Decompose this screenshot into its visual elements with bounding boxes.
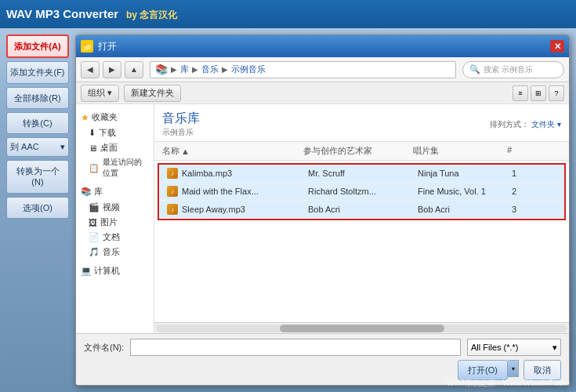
computer-icon: 💻 — [81, 266, 92, 276]
path-bar[interactable]: 📚 ▶ 库 ▶ 音乐 ▶ 示例音乐 — [150, 61, 456, 78]
filetype-label: All Files (*.*) — [471, 343, 519, 352]
file-track-1: 1 — [512, 169, 543, 178]
file-name-1: ♪ Kalimba.mp3 — [167, 168, 308, 179]
favorites-header[interactable]: ★ 收藏夹 — [76, 109, 154, 125]
filename-input[interactable] — [130, 339, 461, 356]
remove-all-button[interactable]: 全部移除(R) — [6, 87, 69, 109]
music-file-icon-3: ♪ — [167, 204, 178, 215]
path-library-icon: 📚 — [155, 64, 168, 75]
path-part-3[interactable]: 示例音乐 — [231, 64, 266, 75]
view-icon-button[interactable]: ⊞ — [531, 85, 546, 101]
nav-video[interactable]: 🎬 视频 — [76, 200, 154, 215]
app-by-text: by 念言汉化 — [126, 9, 177, 20]
scroll-thumb[interactable] — [280, 325, 444, 332]
search-bar[interactable]: 🔍 搜索 示例音乐 — [462, 61, 564, 78]
col-artist[interactable]: 参与创作的艺术家 — [303, 143, 413, 158]
recent-label: 最近访问的位置 — [103, 157, 149, 179]
library-nav-label: 库 — [94, 186, 103, 198]
nav-desktop[interactable]: 🖥 桌面 — [76, 140, 154, 155]
file-artist-2: Richard Stoltzm... — [308, 187, 418, 196]
nav-pictures[interactable]: 🖼 图片 — [76, 215, 154, 230]
app-title: WAV MP3 Converter by 念言汉化 — [6, 7, 177, 22]
library-header-row: 音乐库 示例音乐 排列方式： 文件夹 ▾ — [162, 111, 561, 138]
dialog-close-button[interactable]: ✕ — [550, 40, 564, 53]
library-section: 📚 库 🎬 视频 🖼 图片 📄 文档 — [76, 183, 154, 260]
downloads-icon: ⬇ — [89, 128, 96, 138]
desktop-label: 桌面 — [100, 142, 118, 154]
computer-header[interactable]: 💻 计算机 — [76, 263, 154, 279]
file-name-3: ♪ Sleep Away.mp3 — [167, 204, 308, 215]
path-part-2[interactable]: 音乐 — [201, 64, 219, 75]
horizontal-scrollbar[interactable] — [154, 322, 569, 333]
nav-recent[interactable]: 📋 最近访问的位置 — [76, 155, 154, 180]
col-sort-icon: ▲ — [181, 147, 190, 156]
nav-documents[interactable]: 📄 文档 — [76, 230, 154, 245]
pictures-icon: 🖼 — [89, 218, 97, 227]
file-name-text-2: Maid with the Flax... — [182, 187, 259, 196]
to-aac-dropdown[interactable]: 到 AAC ▾ — [6, 137, 69, 157]
view-icons: ≡ ⊞ ? — [513, 85, 564, 101]
filetype-select[interactable]: All Files (*.*) ▾ — [467, 339, 561, 356]
file-row-1[interactable]: ♪ Kalimba.mp3 Mr. Scruff Ninja Tuna 1 — [159, 165, 564, 183]
forward-button[interactable]: ▶ — [103, 61, 121, 78]
nav-downloads[interactable]: ⬇ 下载 — [76, 125, 154, 140]
dialog-second-toolbar: 组织 ▾ 新建文件夹 ≡ ⊞ ? — [76, 82, 569, 104]
path-sep3: ▶ — [222, 65, 228, 74]
back-button[interactable]: ◀ — [81, 61, 100, 78]
sort-label: 排列方式： — [490, 119, 529, 130]
computer-label: 计算机 — [94, 265, 120, 277]
options-button[interactable]: 选项(O) — [6, 197, 69, 219]
add-file-button[interactable]: 添加文件(A) — [6, 34, 69, 58]
file-row-3[interactable]: ♪ Sleep Away.mp3 Bob Acri Bob Acri 3 — [159, 201, 564, 219]
pictures-label: 图片 — [100, 216, 118, 228]
nav-music[interactable]: 🎵 音乐 — [76, 245, 154, 260]
col-album[interactable]: 唱片集 — [413, 143, 507, 158]
dialog-title-bar: 📁 打开 ✕ — [76, 35, 569, 57]
file-track-3: 3 — [512, 205, 543, 214]
app-title-text: WAV MP3 Converter — [6, 7, 118, 20]
favorites-star-icon: ★ — [81, 112, 89, 123]
open-button-arrow[interactable]: ▾ — [508, 360, 519, 377]
file-open-dialog: 📁 打开 ✕ ◀ ▶ ▲ 📚 ▶ 库 ▶ 音乐 ▶ 示例音乐 — [75, 34, 570, 386]
library-icon: 📚 — [81, 187, 92, 197]
filename-row: 文件名(N): All Files (*.*) ▾ — [84, 339, 561, 356]
video-icon: 🎬 — [89, 202, 100, 212]
file-name-text-1: Kalimba.mp3 — [182, 169, 232, 178]
file-name-text-3: Sleep Away.mp3 — [182, 205, 245, 214]
view-list-button[interactable]: ≡ — [513, 85, 528, 101]
music-file-icon-1: ♪ — [167, 168, 178, 179]
dialog-body: ★ 收藏夹 ⬇ 下载 🖥 桌面 📋 最近访问 — [76, 104, 569, 333]
downloads-label: 下载 — [99, 127, 116, 139]
add-folder-button[interactable]: 添加文件夹(F) — [6, 61, 69, 83]
documents-label: 文档 — [103, 231, 120, 243]
organize-button[interactable]: 组织 ▾ — [81, 85, 119, 102]
col-name[interactable]: 名称 ▲ — [162, 143, 303, 158]
documents-icon: 📄 — [89, 232, 100, 242]
app-title-bar: WAV MP3 Converter by 念言汉化 — [0, 0, 576, 28]
scroll-track[interactable] — [156, 325, 567, 332]
col-track[interactable]: # — [507, 143, 538, 158]
library-title: 音乐库 — [162, 111, 200, 127]
help-button[interactable]: ? — [549, 85, 564, 101]
library-header: 音乐库 示例音乐 排列方式： 文件夹 ▾ — [154, 104, 569, 142]
file-row-2[interactable]: ♪ Maid with the Flax... Richard Stoltzm.… — [159, 183, 564, 201]
path-part-1[interactable]: 库 — [180, 64, 189, 75]
column-headers: 名称 ▲ 参与创作的艺术家 唱片集 # — [154, 142, 569, 161]
dialog-folder-icon: 📁 — [81, 40, 93, 53]
watermark: Win7系统之家 Www.Winwin7.com — [447, 378, 570, 389]
file-artist-3: Bob Acri — [308, 205, 418, 214]
sort-control[interactable]: 排列方式： 文件夹 ▾ — [490, 119, 561, 130]
new-folder-button[interactable]: 新建文件夹 — [124, 85, 181, 102]
file-album-3: Bob Acri — [418, 205, 512, 214]
up-button[interactable]: ▲ — [125, 61, 143, 78]
app-window: WAV MP3 Converter by 念言汉化 添加文件(A) 添加文件夹(… — [0, 0, 576, 392]
col-name-label: 名称 — [162, 145, 179, 157]
file-track-2: 2 — [512, 187, 543, 196]
convert-button[interactable]: 转换(C) — [6, 112, 69, 134]
app-body: 添加文件(A) 添加文件夹(F) 全部移除(R) 转换(C) 到 AAC ▾ 转… — [0, 28, 576, 392]
file-list: ♪ Kalimba.mp3 Mr. Scruff Ninja Tuna 1 — [154, 161, 569, 322]
file-artist-1: Mr. Scruff — [308, 169, 418, 178]
dialog-address-bar: ◀ ▶ ▲ 📚 ▶ 库 ▶ 音乐 ▶ 示例音乐 🔍 搜索 示例音乐 — [76, 57, 569, 82]
library-header[interactable]: 📚 库 — [76, 183, 154, 200]
convert-one-button[interactable]: 转换为一个(N) — [6, 160, 69, 194]
